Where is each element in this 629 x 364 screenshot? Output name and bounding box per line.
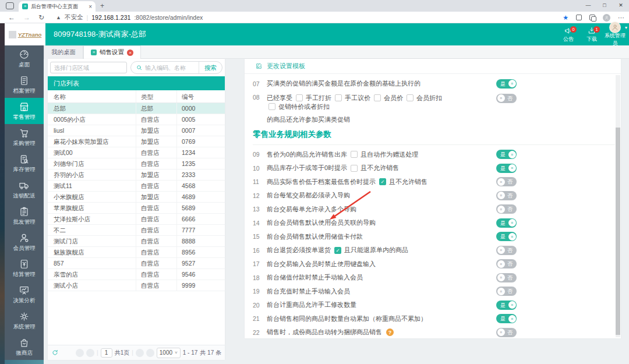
table-row[interactable]: liusl加盟店0007 [48,125,225,136]
toggle-switch[interactable]: 否≡ [496,94,517,103]
toggle-switch[interactable]: 是≡ [496,232,517,241]
toggle-switch[interactable]: 否≡ [496,204,517,214]
table-row[interactable]: 857自营店9527 [48,258,225,269]
tab-close-icon[interactable]: × [89,3,92,10]
checkbox[interactable]: ✓且不允许销售 [379,178,427,186]
table-row[interactable]: 测试00自营店1234 [48,147,225,158]
next-page-button[interactable] [136,349,144,357]
announcement-button[interactable]: 0 公告 [557,26,580,43]
tab-groups-icon[interactable] [589,15,595,20]
toggle-switch[interactable]: 否≡ [496,246,517,255]
tab-close-icon[interactable]: × [127,50,133,56]
sidebar-item-0[interactable]: 桌面 [5,45,44,72]
prev-page-button[interactable] [86,349,94,357]
toggle-switch[interactable]: 否≡ [496,328,517,337]
setting-text: 前台退货必须按单退货 [267,246,331,255]
browser-tab[interactable]: ≡ 后台管理中心主页面 × [19,1,96,12]
toggle-switch[interactable]: 否≡ [496,287,517,296]
table-row[interactable]: 测试门店自营店8888 [48,236,225,247]
more-menu-icon[interactable]: ⋯ [618,14,624,22]
back-icon[interactable]: ← [8,13,15,22]
sidebar-item-5[interactable]: 连锁配送 [5,176,44,203]
table-row[interactable]: 亲雪的店自营店9546 [48,269,225,280]
table-row[interactable]: 小米旗舰店加盟店4689 [48,192,225,203]
checkbox[interactable]: 会员价 [374,94,403,103]
tab-my-desktop[interactable]: 我的桌面 [44,45,83,59]
checkbox[interactable]: ✓且只能退原单内的商品 [334,246,408,255]
table-row[interactable]: 总部总部0000 [48,103,225,114]
table-row[interactable]: 魅族旗舰店自营店8956 [48,247,225,258]
last-page-button[interactable] [146,349,154,357]
checkbox[interactable]: 且自动作为赠送处理 [351,150,418,159]
change-template-link[interactable]: 更改设置模板 [245,59,621,74]
browser-profile-avatar[interactable] [603,14,610,22]
scrollbar[interactable] [616,75,620,337]
store-type: 自营店 [136,269,177,280]
tab-actions-icon[interactable] [6,2,14,9]
table-row[interactable]: 乔羽的小店加盟店2333 [48,169,225,181]
toggle-switch[interactable]: 是≡ [496,150,517,159]
search-icon [136,64,143,71]
toggle-switch[interactable]: 否≡ [496,259,517,268]
table-row[interactable]: 不二自营店7777 [48,225,225,236]
setting-row-21: 21前台销售相同的商品时数量自动累加（称重商品不累加）是≡ [245,312,621,326]
reload-icon[interactable]: ↻ [38,13,44,22]
minimize-button[interactable]: — [580,0,596,12]
help-icon[interactable]: ? [386,328,394,336]
checkbox[interactable]: 手工议价 [335,94,370,103]
table-row[interactable]: 0005的小店自营店0005 [48,114,225,125]
favorite-star-icon[interactable]: ★ [563,14,568,22]
store-type: 加盟店 [136,192,177,202]
sidebar-item-10[interactable]: 系统管理 [5,308,44,334]
tab-sales-settings[interactable]: ≡ 销售设置 × [83,45,141,59]
setting-text: 前台每笔交易都必须录入导购 [267,191,350,200]
table-row[interactable]: 测试小店自营店9999 [48,280,225,291]
table-row[interactable]: 麻花小妹东莞加盟店加盟店0769 [48,136,225,147]
maximize-button[interactable]: □ [596,0,613,12]
setting-number: 08 [253,94,267,101]
collections-icon[interactable] [576,15,582,20]
toggle-switch[interactable]: 是≡ [496,79,517,89]
sidebar-item-7[interactable]: 会员管理 [5,229,44,255]
scrollbar-thumb[interactable] [616,128,620,335]
first-page-button[interactable] [76,349,84,357]
toggle-switch[interactable]: 否≡ [496,191,517,200]
search-input[interactable] [145,65,199,71]
table-row[interactable]: 刘德华门店自营店1235 [48,158,225,169]
sidebar-item-1[interactable]: 档案管理 [5,72,44,98]
toggle-switch[interactable]: 是≡ [496,301,517,310]
close-button[interactable]: ✕ [613,0,629,12]
toggle-switch[interactable]: 否≡ [496,177,517,186]
sidebar-item-11[interactable]: 微商店 [5,334,44,360]
new-tab-button[interactable]: + [100,2,104,10]
checkbox[interactable]: 且不允许销售 [351,164,399,172]
forward-icon[interactable]: → [23,13,30,22]
checkbox[interactable]: 手工打折 [296,94,331,103]
download-button[interactable]: 1 下载 [580,26,603,43]
page-size-select[interactable]: 1000 ˅ [157,348,181,358]
toggle-switch[interactable]: 否≡ [496,273,517,282]
search-button[interactable]: 搜索 [199,62,222,73]
sidebar-item-9[interactable]: 决策分析 [5,281,44,308]
toggle-switch[interactable]: 是≡ [496,218,517,228]
sidebar-item-3[interactable]: 采购管理 [5,124,44,150]
store-name: 总部 [48,103,136,114]
url-field[interactable]: ▲ 不安全 | 192.168.1.231:8082/estore/admin/… [56,13,203,22]
store-area-input[interactable] [50,62,127,73]
table-row[interactable]: 苹果旗舰店自营店5689 [48,203,225,214]
page-number-input[interactable] [101,348,112,358]
checkbox[interactable]: 促销特价或者折扣 [268,103,330,111]
store-name: 艾泽拉斯小店 [48,214,136,224]
sidebar-item-8[interactable]: 结算管理 [5,255,44,281]
table-row[interactable]: 测试11自营店4568 [48,181,225,192]
table-row[interactable]: 艾泽拉斯小店自营店6666 [48,214,225,225]
edit-icon [255,62,263,70]
checkbox[interactable]: 会员折扣 [407,94,442,103]
toggle-switch[interactable]: 是≡ [496,314,517,323]
admin-menu[interactable]: ▾ 系统管理员 [603,22,627,47]
sidebar-item-4[interactable]: 库存管理 [5,150,44,176]
refresh-icon[interactable] [51,349,59,356]
sidebar-item-6[interactable]: 批发管理 [5,203,44,229]
sidebar-item-2[interactable]: 零售管理 [5,98,44,124]
toggle-switch[interactable]: 是≡ [496,164,517,173]
